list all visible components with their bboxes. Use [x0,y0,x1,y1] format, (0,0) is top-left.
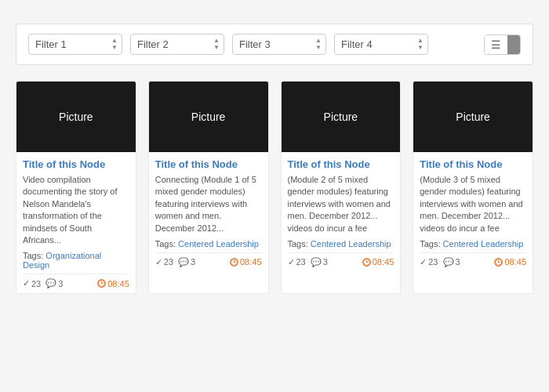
likes-item: ✓ 23 [288,257,306,267]
comments-count: 3 [191,257,195,267]
card-title[interactable]: Title of this Node [288,158,394,170]
tags-label: Tags: [155,239,176,249]
card-tags: Tags: Centered Leadership [155,239,262,249]
tags-label: Tags: [288,239,308,249]
comment-icon: 💬 [178,257,189,267]
card-title[interactable]: Title of this Node [23,158,129,170]
filter-2-select[interactable]: Filter 2Option AOption B [130,34,224,55]
duration-item: 08:45 [97,279,129,289]
tags-label: Tags: [23,251,43,260]
card-item: Picture Title of this Node Connecting (M… [148,81,269,294]
view-toggle: ☰ ⁫ [484,34,521,55]
card-tags: Tags: Centered Leadership [420,239,526,249]
clock-icon [494,258,503,267]
card-image: Picture [282,82,401,152]
duration-value: 08:45 [373,257,394,267]
likes-count: 23 [164,257,173,267]
card-tags: Tags: Organizational Design [23,251,129,270]
card-tags: Tags: Centered Leadership [288,239,394,249]
checkmark-icon: ✓ [23,278,30,289]
comment-icon: 💬 [311,257,322,267]
card-meta: ✓ 23 💬 3 [23,274,129,289]
likes-count: 23 [296,257,306,267]
checkmark-icon: ✓ [420,257,427,267]
card-body: Title of this Node Video compilation doc… [16,152,136,293]
duration-item: 08:45 [230,257,262,267]
checkmark-icon: ✓ [155,257,162,267]
tags-label: Tags: [420,239,440,249]
card-description: (Module 3 of 5 mixed gender modules) fea… [420,174,526,234]
grid-view-button[interactable]: ⁫ [507,35,520,54]
checkmark-icon: ✓ [288,257,295,267]
card-meta: ✓ 23 💬 3 [155,252,262,267]
duration-item: 08:45 [362,257,394,267]
comments-item: 💬 3 [443,257,460,267]
comment-icon: 💬 [45,278,56,289]
duration-value: 08:45 [504,257,526,267]
card-image: Picture [149,82,268,152]
card-title[interactable]: Title of this Node [420,158,526,170]
filter-3-select[interactable]: Filter 3Option AOption B [232,34,326,55]
card-description: Video compilation documenting the story … [23,174,129,246]
likes-count: 23 [428,257,438,267]
card-meta: ✓ 23 💬 3 [288,252,394,267]
duration-item: 08:45 [494,257,526,267]
card-item: Picture Title of this Node (Module 2 of … [281,81,402,294]
filter-2-wrapper: Filter 2Option AOption B▲▼ [130,34,224,55]
page-wrapper: Filter 1Option AOption B▲▼Filter 2Option… [0,0,549,310]
toolbar: Filter 1Option AOption B▲▼Filter 2Option… [16,24,533,65]
card-body: Title of this Node Connecting (Module 1 … [149,152,268,272]
clock-icon [362,258,371,267]
clock-icon [97,279,106,288]
likes-item: ✓ 23 [420,257,438,267]
card-body: Title of this Node (Module 2 of 5 mixed … [282,152,401,272]
likes-item: ✓ 23 [23,278,41,289]
list-view-button[interactable]: ☰ [485,35,507,54]
comment-icon: 💬 [443,257,454,267]
clock-icon [230,258,238,267]
card-image: Picture [16,82,136,152]
card-title[interactable]: Title of this Node [155,158,262,170]
card-item: Picture Title of this Node Video compila… [16,81,136,294]
card-tag-link[interactable]: Centered Leadership [178,239,259,249]
comments-item: 💬 3 [45,278,63,289]
comments-count: 3 [323,257,328,267]
card-tag-link[interactable]: Centered Leadership [443,239,524,249]
duration-value: 08:45 [107,279,129,289]
comments-count: 3 [58,279,63,289]
filter-4-wrapper: Filter 4Option AOption B▲▼ [334,34,428,55]
likes-count: 23 [31,279,41,289]
comments-item: 💬 3 [311,257,328,267]
card-item: Picture Title of this Node (Module 3 of … [413,81,533,294]
filter-1-wrapper: Filter 1Option AOption B▲▼ [28,34,122,55]
filter-1-select[interactable]: Filter 1Option AOption B [28,34,122,55]
card-meta: ✓ 23 💬 3 [420,252,526,267]
card-tag-link[interactable]: Centered Leadership [311,239,391,249]
filter-4-select[interactable]: Filter 4Option AOption B [334,34,428,55]
likes-item: ✓ 23 [155,257,173,267]
card-description: Connecting (Module 1 of 5 mixed gender m… [155,174,262,234]
card-description: (Module 2 of 5 mixed gender modules) fea… [288,174,394,234]
filter-3-wrapper: Filter 3Option AOption B▲▼ [232,34,326,55]
cards-grid: Picture Title of this Node Video compila… [16,81,533,294]
comments-count: 3 [456,257,460,267]
card-image: Picture [413,82,533,152]
comments-item: 💬 3 [178,257,195,267]
card-body: Title of this Node (Module 3 of 5 mixed … [413,152,533,272]
duration-value: 08:45 [240,257,262,267]
